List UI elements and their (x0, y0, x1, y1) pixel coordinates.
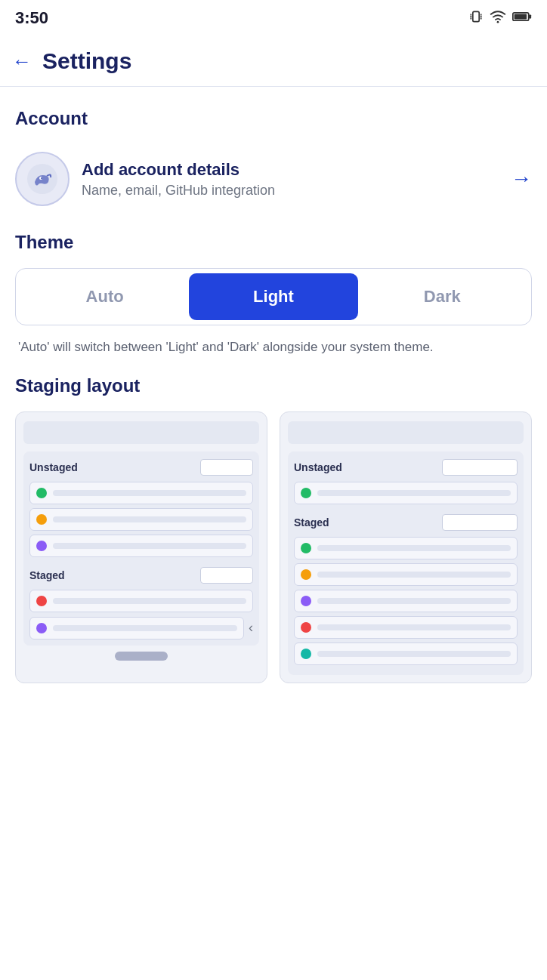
svg-point-7 (497, 20, 499, 23)
staging-card-right-inner: Unstaged Staged (288, 451, 524, 675)
vibrate-icon (468, 9, 484, 28)
dot-orange-icon (301, 569, 311, 580)
staging-item (294, 482, 518, 504)
staged-group-right: Staged (294, 514, 518, 531)
avatar (15, 152, 70, 206)
theme-toggle: Auto Light Dark (15, 268, 532, 325)
staging-item (294, 643, 518, 665)
staging-item (29, 508, 253, 531)
battery-icon (512, 11, 532, 26)
dot-red-icon (301, 622, 311, 633)
staging-item (294, 563, 518, 586)
status-time: 3:50 (15, 8, 48, 28)
status-bar: 3:50 (0, 0, 547, 36)
theme-light-button[interactable]: Light (189, 273, 357, 320)
status-icons (468, 9, 532, 28)
staging-item (29, 535, 253, 557)
unstaged-label-left: Unstaged (29, 461, 78, 473)
header: ← Settings (0, 36, 547, 87)
dot-purple-icon (301, 596, 311, 606)
svg-rect-9 (515, 14, 527, 19)
svg-point-13 (41, 177, 42, 179)
svg-rect-10 (529, 14, 531, 18)
theme-dark-button[interactable]: Dark (358, 273, 527, 320)
staging-item (294, 590, 518, 612)
staged-group-left: Staged (29, 567, 253, 584)
unstaged-group-left: Unstaged (29, 459, 253, 476)
account-section: Account Add account details Name, email,… (0, 87, 547, 224)
staging-card-left[interactable]: Unstaged Staged (15, 411, 267, 683)
staging-item (29, 590, 253, 612)
staging-item (29, 482, 253, 504)
theme-hint: 'Auto' will switch between 'Light' and '… (15, 337, 532, 357)
dot-purple-icon (36, 541, 47, 551)
staging-layout-title: Staging layout (15, 375, 532, 396)
staging-cards: Unstaged Staged (15, 411, 532, 683)
dot-teal-icon (301, 649, 311, 659)
dot-orange-icon (36, 514, 47, 525)
staged-input-right[interactable] (442, 514, 518, 531)
dot-purple-icon (36, 623, 47, 633)
account-text: Add account details Name, email, GitHub … (82, 160, 499, 199)
account-subtitle: Name, email, GitHub integration (82, 183, 499, 199)
staging-layout-section: Staging layout Unstaged (0, 357, 547, 698)
unstaged-label-right: Unstaged (294, 461, 342, 473)
dot-green-icon (301, 488, 311, 498)
page-title: Settings (42, 48, 131, 74)
theme-section: Theme Auto Light Dark 'Auto' will switch… (0, 224, 547, 357)
chevron-left-icon: ‹ (249, 620, 253, 636)
dot-green-icon (301, 543, 311, 553)
unstaged-input-right[interactable] (442, 459, 518, 476)
svg-rect-0 (473, 11, 479, 21)
avatar-icon (26, 162, 59, 196)
dot-red-icon (36, 596, 47, 606)
wifi-icon (490, 10, 506, 27)
card-scroll-row: ‹ (29, 617, 253, 639)
staging-card-right[interactable]: Unstaged Staged (280, 411, 532, 683)
theme-section-title: Theme (15, 232, 532, 253)
unstaged-input-left[interactable] (200, 459, 253, 476)
theme-auto-button[interactable]: Auto (20, 273, 189, 320)
account-row[interactable]: Add account details Name, email, GitHub … (15, 144, 532, 224)
staging-item (294, 616, 518, 639)
staged-label-right: Staged (294, 516, 329, 529)
staged-label-left: Staged (29, 569, 65, 581)
unstaged-group-right: Unstaged (294, 459, 518, 476)
account-title: Add account details (82, 160, 499, 180)
dot-green-icon (36, 488, 47, 498)
staging-card-left-inner: Unstaged Staged (23, 451, 259, 646)
back-button[interactable]: ← (12, 50, 32, 73)
account-section-title: Account (15, 108, 532, 129)
staged-input-left[interactable] (200, 567, 253, 584)
scroll-indicator (115, 652, 168, 661)
account-arrow-icon[interactable]: → (511, 167, 532, 191)
staging-item (29, 617, 244, 639)
staging-item (294, 537, 518, 559)
